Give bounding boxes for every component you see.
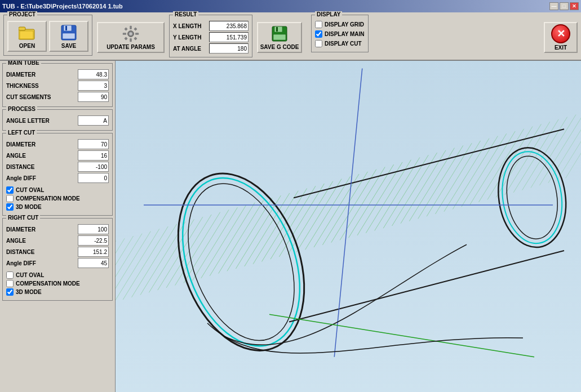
svg-rect-11 [123,33,126,35]
svg-rect-9 [130,25,132,29]
y-length-input[interactable] [209,32,249,42]
tube-canvas [116,61,581,392]
thickness-label: THICKNESS [6,83,39,89]
display-label: DISPLAY [315,11,342,17]
lc-diameter-input[interactable] [78,139,109,149]
canvas-area[interactable] [116,61,581,392]
x-length-input[interactable] [209,21,249,31]
svg-rect-18 [274,26,282,32]
rc-angle-diff-input[interactable] [78,258,109,268]
svg-rect-15 [124,37,127,40]
lc-3d-checkbox[interactable] [6,203,14,211]
save-gcode-button[interactable]: SAVE G CODE [257,22,302,53]
save-gcode-label: SAVE G CODE [260,44,299,50]
result-section: RESULT X LENGTH Y LENGTH AT ANGLE [169,15,252,57]
right-cut-section: RIGHT CUT DIAMETER ANGLE DISTANCE Angle … [2,218,113,301]
rc-cut-oval-label: CUT OVAL [16,272,44,278]
svg-rect-6 [63,33,75,39]
open-icon [18,24,36,42]
display-grid-checkbox[interactable] [315,21,322,28]
cut-segments-input[interactable] [78,92,109,102]
lc-3d-label: 3D MODE [16,204,42,210]
window-title: TUB - E:\Tube3D\Projects\17062014 1.tub [2,3,123,10]
maximize-button[interactable]: □ [560,2,569,10]
angle-letter-input[interactable] [78,115,109,126]
result-label: RESULT [173,11,198,17]
title-bar: TUB - E:\Tube3D\Projects\17062014 1.tub … [0,0,581,12]
display-grid-label: DISPLAY GRID [325,21,364,28]
open-label: OPEN [19,43,35,49]
main-tube-section: MAIN TUBE DIAMETER THICKNESS CUT SEGMENT… [2,63,113,107]
main-tube-label: MAIN TUBE [6,61,41,66]
top-toolbar: PROJECT OPEN [0,12,581,61]
at-angle-input[interactable] [209,43,249,54]
svg-point-8 [129,32,132,35]
svg-rect-1 [19,27,25,30]
rc-3d-label: 3D MODE [16,289,42,295]
lc-compensation-checkbox[interactable] [6,195,14,202]
svg-rect-12 [135,33,139,35]
lc-cut-oval-checkbox[interactable] [6,186,14,194]
process-label: PROCESS [6,106,37,112]
update-params-button[interactable]: UPDATE PARAMS [97,22,165,53]
svg-rect-14 [134,27,137,30]
diameter-input[interactable] [78,69,109,79]
exit-icon: ✕ [551,24,570,43]
lc-distance-label: DISTANCE [6,164,34,170]
rc-angle-label: ANGLE [6,238,26,244]
minimize-button[interactable]: — [549,2,558,10]
svg-rect-2 [20,31,33,39]
left-cut-label: LEFT CUT [6,130,37,136]
svg-rect-13 [124,27,127,30]
lc-diameter-label: DIAMETER [6,141,36,148]
svg-rect-4 [64,25,72,31]
exit-button[interactable]: ✕ EXIT [544,22,578,53]
lc-angle-diff-input[interactable] [78,173,109,183]
display-main-checkbox[interactable] [315,30,322,38]
window-controls: — □ ✕ [549,2,579,10]
display-section: DISPLAY DISPLAY GRID DISPLAY MAIN DISPLA… [311,15,369,52]
update-params-label: UPDATE PARAMS [107,44,155,50]
rc-angle-input[interactable] [78,235,109,246]
rc-diameter-input[interactable] [78,224,109,234]
process-section: PROCESS ANGLE LETTER [2,109,113,131]
diameter-label: DIAMETER [6,72,36,78]
open-button[interactable]: OPEN [7,21,47,52]
lc-angle-label: ANGLE [6,153,26,159]
rc-3d-checkbox[interactable] [6,288,14,296]
save-button[interactable]: SAVE [49,21,88,52]
thickness-input[interactable] [78,81,109,91]
rc-diameter-label: DIAMETER [6,226,36,233]
lc-compensation-label: COMPENSATION MODE [16,195,80,202]
x-length-label: X LENGTH [173,23,207,29]
save-label: SAVE [61,43,77,49]
rc-compensation-checkbox[interactable] [6,280,14,287]
rc-compensation-label: COMPENSATION MODE [16,280,80,287]
svg-rect-19 [276,27,278,32]
close-button[interactable]: ✕ [570,2,579,10]
svg-rect-10 [130,38,132,42]
lc-distance-input[interactable] [78,162,109,172]
right-cut-label: RIGHT CUT [6,215,40,221]
y-length-label: Y LENGTH [173,34,207,41]
save-gcode-icon [270,25,289,43]
rc-cut-oval-checkbox[interactable] [6,271,14,279]
lc-angle-input[interactable] [78,150,109,161]
svg-rect-5 [65,26,67,30]
gear-icon [122,25,140,43]
rc-distance-input[interactable] [78,247,109,257]
at-angle-label: AT ANGLE [173,46,207,52]
angle-letter-label: ANGLE LETTER [6,118,50,124]
left-cut-section: LEFT CUT DIAMETER ANGLE DISTANCE Angle D… [2,133,113,216]
lc-cut-oval-label: CUT OVAL [16,187,44,193]
svg-rect-20 [273,34,286,40]
svg-rect-16 [134,37,137,40]
main-content: MAIN TUBE DIAMETER THICKNESS CUT SEGMENT… [0,61,581,392]
display-cut-label: DISPLAY CUT [325,41,362,47]
rc-angle-diff-label: Angle DIFF [6,260,36,266]
project-section: PROJECT OPEN [3,15,92,56]
rc-distance-label: DISTANCE [6,249,34,255]
left-panel: MAIN TUBE DIAMETER THICKNESS CUT SEGMENT… [0,61,116,392]
display-cut-checkbox[interactable] [315,40,322,47]
lc-angle-diff-label: Angle DIFF [6,175,36,181]
